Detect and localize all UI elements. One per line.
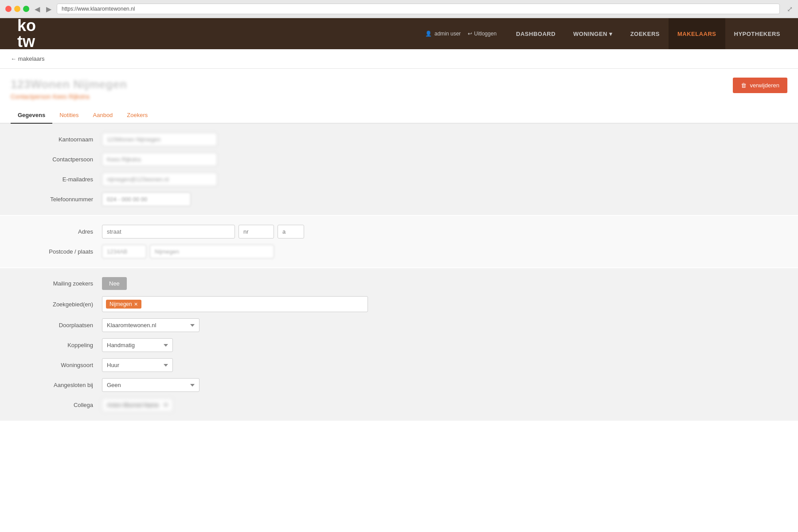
forward-button[interactable]: ▶ — [44, 5, 53, 13]
logout-label: Uitloggen — [474, 31, 497, 37]
tab-notities[interactable]: Notities — [52, 107, 86, 124]
subtitle-label: Contactperson — [11, 93, 51, 100]
form-row-emailadres: E-mailadres — [13, 172, 785, 186]
tag-nijmegen: Nijmegen ✕ — [106, 300, 141, 309]
logout-button[interactable]: ↩ Uitloggen — [468, 31, 497, 37]
label-adres: Adres — [13, 228, 102, 235]
label-contactpersoon: Contactpersoon — [13, 156, 102, 163]
delete-label: verwijderen — [750, 82, 779, 89]
tag-input-zoekgebied[interactable]: Nijmegen ✕ — [102, 296, 368, 312]
label-woningsoort: Woningsoort — [13, 362, 102, 368]
close-dot[interactable] — [5, 6, 12, 12]
postcode-group — [102, 245, 274, 258]
label-postcode: Postcode / plaats — [13, 248, 102, 255]
form-row-zoekgebied: Zoekgebied(en) Nijmegen ✕ — [13, 296, 785, 312]
form-row-koppeling: Koppeling Handmatig Automatisch XML — [13, 338, 785, 352]
form-row-kantoornaam: Kantoornaam — [13, 133, 785, 146]
page-content: ← makelaars 123Wonen Nijmegen Contactper… — [0, 49, 798, 448]
user-icon: 👤 — [425, 31, 432, 37]
select-aangesloten[interactable]: Geen NVM VBO VastgoedPRO — [102, 378, 200, 392]
page-title-group: 123Wonen Nijmegen Contactperson Kees Rij… — [11, 78, 127, 100]
input-straat[interactable] — [102, 225, 235, 239]
user-label: admin user — [434, 31, 461, 37]
form-row-aangesloten: Aangesloten bij Geen NVM VBO VastgoedPRO — [13, 378, 785, 392]
select-collega[interactable]: Anton Blurred Name — [102, 398, 173, 412]
label-kantoornaam: Kantoornaam — [13, 136, 102, 143]
breadcrumb: ← makelaars — [0, 49, 798, 69]
form-row-collega: Collega Anton Blurred Name — [13, 398, 785, 412]
select-koppeling[interactable]: Handmatig Automatisch XML — [102, 338, 173, 352]
logout-icon: ↩ — [468, 31, 472, 37]
browser-nav: ◀ ▶ — [33, 5, 53, 13]
input-plaats[interactable] — [150, 245, 274, 258]
back-button[interactable]: ◀ — [33, 5, 42, 13]
nav-item-woningen[interactable]: WONINGEN ▾ — [564, 18, 622, 49]
nav-item-dashboard[interactable]: DASHBOARD — [507, 18, 564, 49]
logo: kotw — [0, 18, 53, 49]
form-row-doorplaatsen: Doorplaatsen Klaaromtewonen.nl Funda Gee… — [13, 318, 785, 332]
browser-dots — [5, 6, 29, 12]
nav-user: 👤 admin user — [425, 31, 461, 37]
label-collega: Collega — [13, 402, 102, 408]
browser-chrome: ◀ ▶ ⤢ — [0, 0, 798, 18]
input-postcode[interactable] — [102, 245, 146, 258]
form-row-contactpersoon: Contactpersoon — [13, 153, 785, 166]
form-section-address: Adres Postcode / plaats — [0, 216, 798, 267]
tag-remove-icon[interactable]: ✕ — [134, 301, 138, 307]
input-contactpersoon[interactable] — [102, 153, 217, 166]
form-row-postcode: Postcode / plaats — [13, 245, 785, 258]
label-emailadres: E-mailadres — [13, 176, 102, 183]
url-bar[interactable] — [57, 4, 780, 14]
label-aangesloten: Aangesloten bij — [13, 382, 102, 388]
input-toevoeging[interactable] — [278, 225, 304, 239]
label-telefoonnummer: Telefoonnummer — [13, 196, 102, 203]
input-kantoornaam[interactable] — [102, 133, 217, 146]
form-row-woningsoort: Woningsoort Huur Koop Beide — [13, 358, 785, 372]
nav-item-zoekers[interactable]: ZOEKERS — [622, 18, 669, 49]
select-doorplaatsen[interactable]: Klaaromtewonen.nl Funda Geen — [102, 318, 200, 332]
tab-zoekers[interactable]: Zoekers — [120, 107, 155, 124]
page-header: 123Wonen Nijmegen Contactperson Kees Rij… — [0, 69, 798, 107]
nav-right: 👤 admin user ↩ Uitloggen DASHBOARD WONIN… — [53, 18, 798, 49]
tab-aanbod[interactable]: Aanbod — [86, 107, 120, 124]
minimize-dot[interactable] — [14, 6, 20, 12]
delete-button[interactable]: 🗑 verwijderen — [733, 78, 787, 93]
tag-label: Nijmegen — [110, 301, 132, 307]
form-row-telefoonnummer: Telefoonnummer — [13, 192, 785, 206]
input-telefoonnummer[interactable] — [102, 192, 191, 206]
fullscreen-dot[interactable] — [23, 6, 29, 12]
label-mailing: Mailing zoekers — [13, 280, 102, 287]
page-subtitle: Contactperson Kees Rijkstra — [11, 93, 127, 100]
form-row-mailing: Mailing zoekers Nee — [13, 277, 785, 290]
form-section-contact: Kantoornaam Contactpersoon E-mailadres T… — [0, 124, 798, 215]
label-zoekgebied: Zoekgebied(en) — [13, 301, 102, 308]
input-nr[interactable] — [239, 225, 274, 239]
input-emailadres[interactable] — [102, 172, 217, 186]
top-nav: kotw 👤 admin user ↩ Uitloggen DASHBOARD … — [0, 18, 798, 49]
subtitle-value: Kees Rijkstra — [53, 93, 89, 100]
form-row-adres: Adres — [13, 225, 785, 239]
page-title: 123Wonen Nijmegen — [11, 78, 127, 91]
tabs: Gegevens Notities Aanbod Zoekers — [0, 107, 798, 124]
breadcrumb-link[interactable]: makelaars — [18, 55, 45, 62]
logo-text: kotw — [17, 18, 36, 50]
select-woningsoort[interactable]: Huur Koop Beide — [102, 358, 173, 372]
label-doorplaatsen: Doorplaatsen — [13, 322, 102, 329]
mailing-toggle[interactable]: Nee — [102, 277, 127, 290]
trash-icon: 🗑 — [741, 82, 747, 89]
nav-item-makelaars[interactable]: MAKELAARS — [669, 18, 725, 49]
address-group — [102, 225, 304, 239]
tab-gegevens[interactable]: Gegevens — [11, 107, 52, 124]
nav-item-hypothekers[interactable]: HYPOTHEKERS — [725, 18, 789, 49]
expand-icon: ⤢ — [787, 5, 793, 13]
nav-items: DASHBOARD WONINGEN ▾ ZOEKERS MAKELAARS H… — [507, 18, 789, 49]
form-section-settings: Mailing zoekers Nee Zoekgebied(en) Nijme… — [0, 268, 798, 421]
breadcrumb-arrow: ← — [11, 55, 16, 62]
label-koppeling: Koppeling — [13, 342, 102, 348]
